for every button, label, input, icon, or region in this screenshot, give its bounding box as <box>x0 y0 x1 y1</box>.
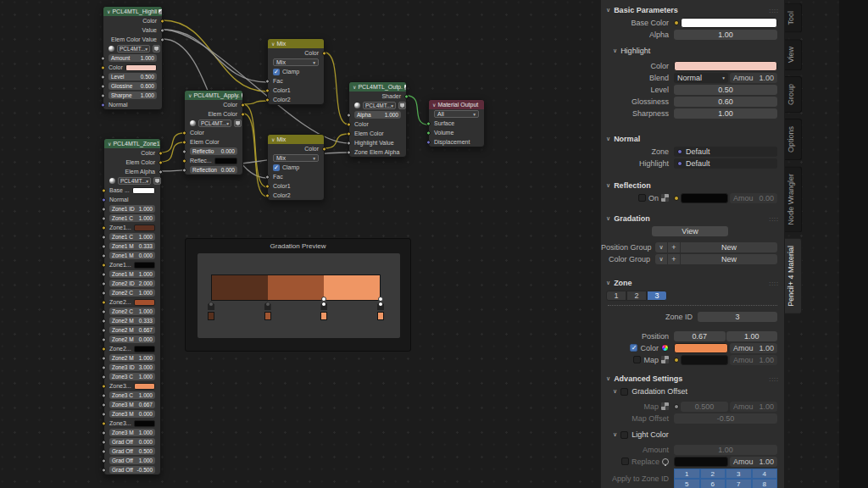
zone-id-button-7[interactable]: 7 <box>726 479 752 488</box>
node-socket[interactable] <box>102 356 106 360</box>
zone-id-button-3[interactable]: 3 <box>726 469 752 479</box>
node-socket[interactable] <box>265 184 270 188</box>
zone-color-checkbox[interactable]: ✓ <box>630 344 637 352</box>
zone-color-amount-field[interactable]: Amou1.00 <box>730 343 777 353</box>
value-slider[interactable]: Zone3 M0.000 <box>109 410 155 418</box>
node-pcl4mtl-highlight[interactable]: ∨PCL4MTL_HighliColorValueElem Color Valu… <box>103 6 163 110</box>
node-socket[interactable] <box>102 197 106 202</box>
node-socket[interactable] <box>347 131 351 136</box>
node-header[interactable]: ∨PCL4MTL_Apply. <box>185 91 242 100</box>
panel-header-zone[interactable]: ∨ Zone :::: <box>601 276 784 290</box>
node-socket[interactable] <box>102 347 106 351</box>
panel-header-normal[interactable]: ∨ Normal <box>601 132 784 146</box>
value-slider[interactable]: Zone2 C1.000 <box>109 308 155 315</box>
node-pcl4mtl-apply[interactable]: ∨PCL4MTL_Apply.ColorElem ColorPCL4MT...▾… <box>184 90 243 175</box>
value-slider[interactable]: Zone2 ID2.000 <box>109 280 155 287</box>
add-icon[interactable]: + <box>668 254 680 264</box>
replace-checkbox[interactable] <box>621 458 629 465</box>
node-socket[interactable] <box>102 244 106 248</box>
node-socket[interactable] <box>404 94 409 98</box>
subpanel-header-gradation-offset[interactable]: ∨ Gradation Offset <box>601 385 784 397</box>
node-header[interactable]: ∨Mix <box>268 135 324 144</box>
color-swatch[interactable] <box>134 346 155 352</box>
node-socket[interactable] <box>265 97 270 102</box>
value-slider[interactable]: Glossine0.600 <box>108 82 157 90</box>
node-socket[interactable] <box>347 150 351 154</box>
color-swatch[interactable] <box>125 64 157 71</box>
value-slider[interactable]: Reflectio0.000 <box>190 147 237 155</box>
color-swatch[interactable] <box>214 158 237 164</box>
subpanel-header-highlight[interactable]: ∨ Highlight <box>601 45 784 57</box>
node-socket[interactable] <box>102 319 106 323</box>
node-socket[interactable] <box>102 309 106 313</box>
node-socket[interactable] <box>102 440 106 444</box>
level-slider[interactable]: 0.50 <box>674 85 777 95</box>
node-header[interactable]: ∨PCL4MTL_Zone1 <box>104 139 160 148</box>
node-socket[interactable] <box>241 103 245 107</box>
value-slider[interactable]: Zone1 C1.000 <box>109 214 155 222</box>
node-socket[interactable] <box>102 281 106 286</box>
node-socket[interactable] <box>102 328 106 332</box>
node-header[interactable]: ∨Mix <box>268 39 324 48</box>
alpha-slider[interactable]: 1.00 <box>674 30 777 40</box>
color-swatch[interactable] <box>134 383 155 390</box>
zone-color-swatch[interactable] <box>674 343 728 353</box>
value-slider[interactable]: Zone2 M0.667 <box>109 326 155 334</box>
node-socket[interactable] <box>102 207 106 211</box>
reflection-on-checkbox[interactable] <box>638 194 646 202</box>
value-slider[interactable]: Grad Off1.000 <box>109 457 155 464</box>
drag-handle-icon[interactable]: :::: <box>769 216 779 222</box>
tab-node-wrangler[interactable]: Node Wrangler <box>785 166 802 232</box>
node-socket[interactable] <box>102 393 106 397</box>
zone-id-button-8[interactable]: 8 <box>752 479 778 488</box>
node-socket[interactable] <box>182 140 186 144</box>
normal-zone-field[interactable]: Default <box>674 147 777 157</box>
zone-id-button-5[interactable]: 5 <box>674 479 700 488</box>
node-socket[interactable] <box>102 235 106 239</box>
node-socket[interactable] <box>102 253 106 258</box>
tab-tool[interactable]: Tool <box>785 3 802 33</box>
value-slider[interactable]: Zone3 C1.000 <box>109 373 155 380</box>
node-socket[interactable] <box>102 449 106 453</box>
normal-highlight-field[interactable]: Default <box>674 158 777 169</box>
node-socket[interactable] <box>102 421 106 425</box>
advanced-map-slider[interactable]: 0.500 <box>681 402 728 412</box>
value-slider[interactable]: Zone3 M0.667 <box>109 401 155 408</box>
node-socket[interactable] <box>159 160 163 164</box>
subpanel-header-light-color[interactable]: ∨ Light Color <box>601 429 784 441</box>
node-socket[interactable] <box>182 149 186 153</box>
node-mix-2[interactable]: ∨MixColorMix▾✓ClampFacColor1Color2 <box>267 134 325 201</box>
color-swatch[interactable] <box>132 187 155 194</box>
glossiness-slider[interactable]: 0.60 <box>674 97 777 107</box>
node-socket[interactable] <box>265 175 270 179</box>
node-socket[interactable] <box>101 93 105 97</box>
highlight-color-swatch[interactable] <box>674 61 777 71</box>
value-slider[interactable]: Grad Off-0.500 <box>109 466 155 474</box>
view-button[interactable]: View <box>652 226 728 236</box>
zone-position-slider-2[interactable]: 1.00 <box>726 331 778 341</box>
zone-id-button-2[interactable]: 2 <box>700 469 726 479</box>
color-swatch[interactable] <box>134 225 155 231</box>
blend-amount-field[interactable]: Amou1.00 <box>730 73 777 83</box>
node-socket[interactable] <box>102 337 106 341</box>
node-socket[interactable] <box>102 263 106 267</box>
node-socket[interactable] <box>102 412 106 416</box>
tab-options[interactable]: Options <box>785 119 802 160</box>
value-slider[interactable]: Zone3 M1.000 <box>109 429 155 436</box>
map-offset-slider[interactable]: -0.50 <box>674 413 777 424</box>
base-color-swatch[interactable] <box>681 18 777 28</box>
value-slider[interactable]: Sharpne1.000 <box>108 92 157 99</box>
texture-checker-icon[interactable] <box>661 194 669 202</box>
zone-id-button-1[interactable]: 1 <box>674 469 700 479</box>
zone-id-button-4[interactable]: 4 <box>752 469 778 479</box>
mix-type-dropdown[interactable]: All▾ <box>434 110 479 118</box>
color-group-new-button[interactable]: New <box>681 254 777 264</box>
node-socket[interactable] <box>102 272 106 276</box>
value-slider[interactable]: Zone1 C1.000 <box>109 233 155 241</box>
node-socket[interactable] <box>102 225 106 230</box>
color-swatch[interactable] <box>134 299 155 306</box>
reflection-amount-field[interactable]: Amou0.00 <box>730 193 777 203</box>
texture-checker-icon[interactable] <box>661 356 669 363</box>
gradation-offset-checkbox[interactable] <box>620 388 628 396</box>
node-socket[interactable] <box>182 168 186 172</box>
